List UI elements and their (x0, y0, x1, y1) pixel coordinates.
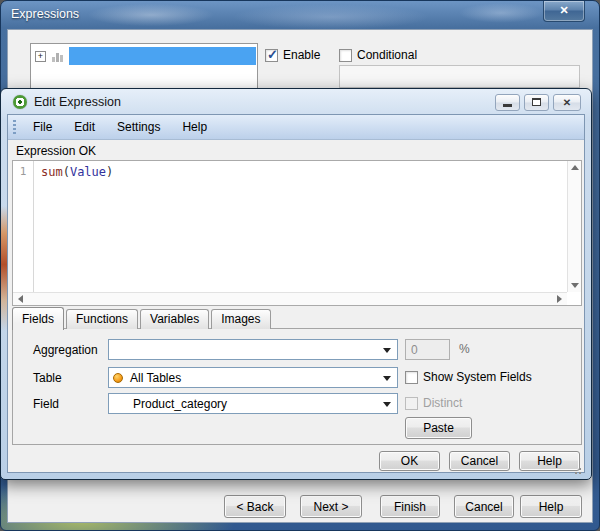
finish-button[interactable]: Finish (380, 495, 440, 518)
ok-button-label: OK (401, 454, 418, 468)
tab-strip: Fields Functions Variables Images (12, 306, 273, 329)
expression-editor[interactable]: 1 sum(Value) (12, 160, 582, 306)
status-line: Expression OK (8, 140, 584, 160)
expressions-titlebar[interactable]: Expressions ✕ (1, 1, 599, 29)
code-argument: Value (70, 165, 106, 179)
toolbar-grip-icon[interactable] (13, 120, 16, 135)
expression-code[interactable]: sum(Value) (41, 165, 113, 179)
tab-functions[interactable]: Functions (66, 309, 138, 329)
conditional-expression-input (339, 65, 580, 88)
dialog-cancel-button[interactable]: Cancel (449, 451, 510, 471)
cancel-button[interactable]: Cancel (454, 495, 514, 518)
aggregation-combobox[interactable] (108, 339, 398, 360)
scroll-right-icon[interactable] (557, 295, 562, 303)
show-system-fields-checkbox[interactable]: Show System Fields (405, 371, 532, 384)
menu-edit[interactable]: Edit (63, 116, 106, 138)
chevron-down-icon[interactable] (383, 376, 391, 381)
menu-bar: File Edit Settings Help (8, 115, 584, 140)
screen: Expressions ✕ + ✓ Enable Co (0, 0, 600, 531)
close-icon: ✕ (559, 4, 568, 16)
resize-grip[interactable] (573, 467, 582, 476)
maximize-icon (532, 98, 541, 106)
code-function: sum (41, 165, 63, 179)
chart-icon (51, 50, 65, 63)
field-label: Field (33, 397, 59, 411)
conditional-label: Conditional (357, 49, 417, 62)
aggregation-label: Aggregation (33, 343, 98, 357)
scroll-up-icon[interactable] (571, 165, 579, 170)
table-label: Table (33, 371, 62, 385)
enable-checkbox[interactable]: ✓ Enable (265, 49, 320, 62)
cancel-button-label: Cancel (465, 500, 502, 514)
chevron-down-icon[interactable] (383, 348, 391, 353)
percent-sign: % (459, 342, 470, 356)
close-icon: ✕ (563, 97, 571, 108)
table-value: All Tables (130, 371, 181, 385)
line-number: 1 (20, 165, 27, 178)
code-paren-open: ( (63, 165, 70, 179)
table-combobox[interactable]: All Tables (108, 367, 398, 388)
checkmark-icon: ✓ (267, 47, 278, 62)
tree-row[interactable]: + (31, 44, 257, 66)
ok-button[interactable]: OK (379, 451, 440, 471)
paste-button-label: Paste (423, 421, 454, 435)
window-title: Expressions (11, 7, 79, 21)
app-icon (13, 95, 27, 109)
checkbox-box[interactable]: ✓ (265, 49, 278, 62)
finish-button-label: Finish (394, 500, 426, 514)
enable-label: Enable (283, 49, 320, 62)
back-button-label: < Back (236, 500, 273, 514)
tree-expander-icon[interactable]: + (35, 51, 46, 62)
help-button-label: Help (537, 454, 562, 468)
distinct-checkbox: Distinct (405, 397, 462, 410)
vertical-scrollbar[interactable] (567, 161, 581, 292)
checkbox-box (405, 397, 418, 410)
maximize-button[interactable] (524, 94, 549, 111)
distinct-label: Distinct (423, 397, 462, 410)
field-value: Product_category (133, 397, 227, 411)
edit-expression-dialog: Edit Expression ✕ File Edit Settings Hel… (0, 88, 592, 480)
selected-expression-item[interactable] (69, 47, 256, 65)
paste-button[interactable]: Paste (405, 417, 472, 439)
dialog-body: File Edit Settings Help Expression OK 1 … (7, 114, 585, 473)
next-button[interactable]: Next > (300, 495, 362, 518)
dialog-help-button[interactable]: Help (519, 451, 580, 471)
dialog-close-button[interactable]: ✕ (553, 94, 581, 111)
checkbox-box[interactable] (339, 49, 352, 62)
expression-status: Expression OK (16, 144, 96, 158)
scroll-left-icon[interactable] (18, 295, 23, 303)
show-system-fields-label: Show System Fields (423, 371, 532, 384)
menu-settings[interactable]: Settings (106, 116, 171, 138)
tab-variables[interactable]: Variables (140, 309, 209, 329)
minimize-button[interactable] (495, 94, 520, 111)
scroll-down-icon[interactable] (571, 283, 579, 288)
close-button[interactable]: ✕ (543, 1, 585, 22)
all-tables-icon (113, 373, 123, 383)
help-button-label: Help (539, 500, 564, 514)
horizontal-scrollbar[interactable] (13, 292, 567, 305)
help-button[interactable]: Help (520, 495, 582, 518)
fields-tab-panel: Aggregation % Table All Tables Show Syst… (12, 328, 582, 445)
dialog-titlebar[interactable]: Edit Expression ✕ (2, 90, 590, 114)
checkbox-box[interactable] (405, 371, 418, 384)
next-button-label: Next > (313, 500, 348, 514)
window-controls: ✕ (495, 94, 581, 111)
conditional-checkbox[interactable]: Conditional (339, 49, 417, 62)
minimize-icon (503, 104, 512, 107)
back-button[interactable]: < Back (224, 495, 286, 518)
menu-help[interactable]: Help (171, 116, 218, 138)
chevron-down-icon[interactable] (383, 402, 391, 407)
menu-file[interactable]: File (22, 116, 63, 138)
cancel-button-label: Cancel (461, 454, 498, 468)
dialog-title: Edit Expression (34, 95, 121, 109)
tab-fields[interactable]: Fields (12, 307, 64, 330)
tab-images[interactable]: Images (211, 309, 270, 329)
field-combobox[interactable]: Product_category (108, 393, 398, 414)
code-paren-close: ) (106, 165, 113, 179)
dialog-buttons: OK Cancel Help (379, 451, 580, 471)
percent-input (405, 339, 450, 360)
line-number-gutter: 1 (13, 161, 34, 292)
